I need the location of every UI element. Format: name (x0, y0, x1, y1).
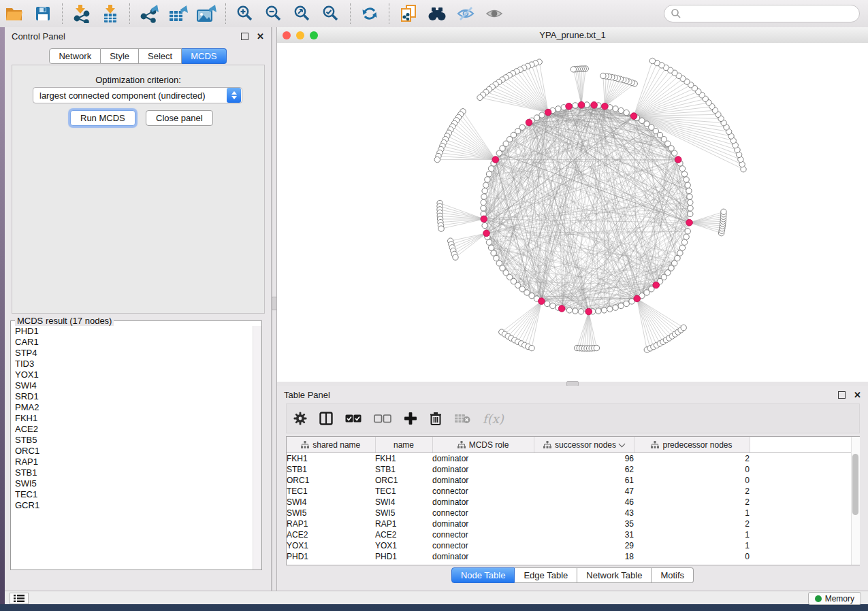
deselect-all-icon[interactable] (374, 414, 391, 423)
mcds-result-list[interactable]: PHD1CAR1STP4TID3YOX1SWI4SRD1PMA2FKH1ACE2… (11, 326, 253, 569)
table-cell[interactable]: 2 (634, 453, 750, 465)
column-header-MCDS-role[interactable]: MCDS role (432, 437, 534, 453)
table-cell[interactable]: 46 (534, 497, 634, 508)
first-neighbors-button[interactable] (425, 3, 449, 24)
table-row[interactable]: RAP1RAP1dominator352 (287, 518, 852, 529)
tab-node-table[interactable]: Node Table (451, 567, 515, 583)
mcds-list-scrollbar[interactable] (253, 326, 261, 569)
zoom-fit-button[interactable] (290, 3, 315, 24)
table-row[interactable]: SWI5SWI5connector431 (287, 508, 852, 518)
export-table-button[interactable] (165, 3, 190, 24)
tab-edge-table[interactable]: Edge Table (515, 567, 577, 583)
table-cell[interactable]: 0 (634, 464, 750, 475)
mcds-result-item[interactable]: GCR1 (11, 500, 253, 511)
table-cell[interactable]: 47 (534, 486, 634, 497)
mcds-result-item[interactable]: CAR1 (11, 337, 253, 348)
search-input[interactable] (681, 8, 859, 20)
table-cell[interactable]: TEC1 (287, 486, 375, 497)
table-cell[interactable]: 2 (634, 518, 750, 529)
mcds-result-item[interactable]: SWI4 (11, 380, 253, 391)
column-header-name[interactable]: name (375, 437, 432, 453)
function-builder-icon[interactable]: f(x) (483, 412, 504, 426)
table-cell[interactable]: ORC1 (287, 475, 375, 486)
show-all-button[interactable] (482, 3, 507, 24)
select-all-icon[interactable] (345, 414, 361, 423)
table-cell[interactable]: SWI5 (287, 508, 375, 518)
close-panel-icon[interactable]: ✕ (257, 32, 264, 41)
save-session-button[interactable] (31, 3, 55, 24)
tab-style[interactable]: Style (101, 48, 139, 64)
table-cell[interactable]: 43 (534, 508, 634, 518)
table-cell[interactable]: YOX1 (375, 540, 432, 551)
table-cell[interactable]: connector (432, 540, 534, 551)
new-network-from-selection-button[interactable] (396, 3, 421, 24)
table-cell[interactable]: connector (432, 486, 534, 497)
delete-table-icon[interactable] (454, 413, 470, 424)
table-row[interactable]: ORC1ORC1dominator610 (287, 475, 852, 486)
table-cell[interactable]: RAP1 (375, 518, 432, 529)
table-cell[interactable]: RAP1 (287, 518, 375, 529)
mcds-result-item[interactable]: YOX1 (11, 369, 253, 380)
table-cell[interactable]: dominator (432, 497, 534, 508)
close-panel-button[interactable]: Close panel (146, 110, 213, 126)
mcds-result-item[interactable]: PMA2 (11, 402, 253, 413)
table-cell[interactable]: 1 (634, 540, 750, 551)
table-row[interactable]: YOX1YOX1connector291 (287, 540, 852, 551)
table-row[interactable]: FKH1FKH1dominator962 (287, 453, 852, 465)
column-header-predecessor-nodes[interactable]: predecessor nodes (634, 437, 750, 453)
table-row[interactable]: SWI4SWI4dominator462 (287, 497, 852, 508)
table-cell[interactable]: dominator (432, 475, 534, 486)
mcds-result-item[interactable]: FKH1 (11, 413, 253, 424)
tab-network[interactable]: Network (49, 48, 101, 64)
mcds-result-item[interactable]: SWI5 (11, 478, 253, 489)
table-cell[interactable]: 2 (634, 497, 750, 508)
network-graph[interactable] (277, 43, 868, 382)
table-cell[interactable]: 35 (534, 518, 634, 529)
table-cell[interactable]: SWI5 (375, 508, 432, 518)
memory-button[interactable]: Memory (808, 592, 861, 605)
float-panel-icon[interactable] (838, 391, 846, 399)
table-cell[interactable]: PHD1 (375, 551, 432, 562)
column-view-icon[interactable] (319, 412, 333, 425)
export-image-button[interactable] (194, 3, 219, 24)
table-scrollbar-thumb[interactable] (852, 454, 858, 515)
table-cell[interactable]: ACE2 (375, 529, 432, 540)
tab-network-table[interactable]: Network Table (577, 567, 652, 583)
import-network-button[interactable] (69, 3, 94, 24)
import-table-button[interactable] (98, 3, 123, 24)
table-cell[interactable]: 29 (534, 540, 634, 551)
table-cell[interactable]: 2 (634, 486, 750, 497)
export-network-button[interactable] (137, 3, 161, 24)
network-canvas[interactable] (277, 43, 868, 382)
zoom-selected-button[interactable] (319, 3, 343, 24)
table-cell[interactable]: 0 (634, 551, 750, 562)
table-row[interactable]: TEC1TEC1connector472 (287, 486, 852, 497)
table-cell[interactable]: 96 (534, 453, 634, 465)
table-cell[interactable]: dominator (432, 453, 534, 465)
mcds-result-item[interactable]: RAP1 (11, 457, 253, 467)
hide-selected-button[interactable] (453, 3, 478, 24)
gear-icon[interactable] (293, 412, 307, 425)
table-row[interactable]: STB1STB1dominator620 (287, 464, 852, 475)
mcds-result-item[interactable]: STB5 (11, 435, 253, 446)
table-cell[interactable]: ACE2 (287, 529, 375, 540)
search-field[interactable] (664, 5, 860, 22)
table-cell[interactable]: dominator (432, 518, 534, 529)
optimization-criterion-select[interactable]: largest connected component (undirected) (33, 87, 242, 103)
table-row[interactable]: PHD1PHD1dominator180 (287, 551, 852, 562)
zoom-out-button[interactable] (261, 3, 286, 24)
table-cell[interactable]: ORC1 (375, 475, 432, 486)
mcds-result-item[interactable]: ORC1 (11, 446, 253, 457)
node-table[interactable]: shared namenameMCDS rolesuccessor nodesp… (286, 436, 860, 565)
mcds-result-item[interactable]: STB1 (11, 467, 253, 478)
column-header-successor-nodes[interactable]: successor nodes (534, 437, 634, 453)
table-cell[interactable]: STB1 (375, 464, 432, 475)
table-cell[interactable]: PHD1 (287, 551, 375, 562)
mcds-result-item[interactable]: SRD1 (11, 391, 253, 402)
zoom-in-button[interactable] (233, 3, 257, 24)
show-panels-button[interactable] (10, 593, 29, 604)
tab-motifs[interactable]: Motifs (652, 567, 694, 583)
table-cell[interactable]: connector (432, 529, 534, 540)
mcds-result-item[interactable]: TID3 (11, 359, 253, 369)
table-cell[interactable]: 0 (634, 475, 750, 486)
